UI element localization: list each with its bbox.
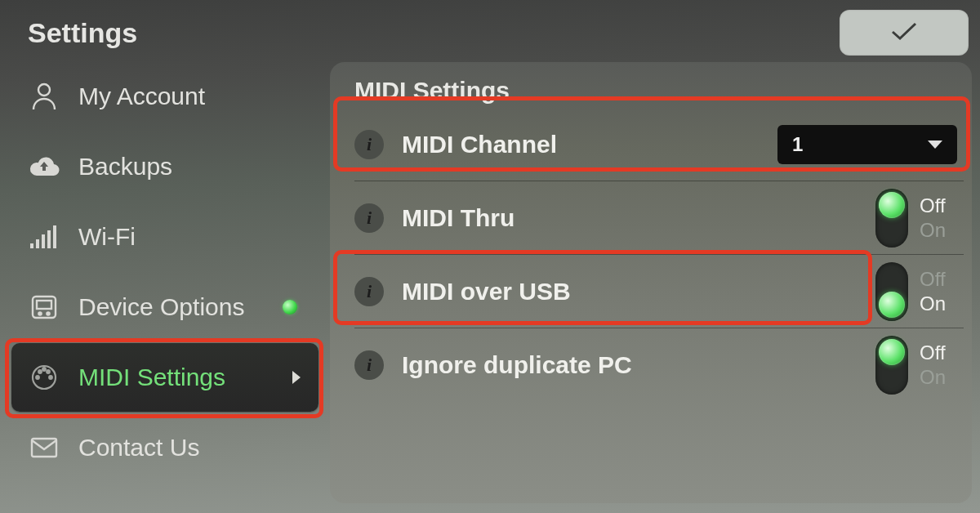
sidebar-item-my-account[interactable]: My Account (11, 62, 318, 131)
setting-row-midi-over-usb: i MIDI over USB Off On (354, 255, 964, 328)
toggle-state-labels: Off On (920, 341, 957, 390)
setting-row-ignore-duplicate-pc: i Ignore duplicate PC Off On (354, 328, 964, 402)
svg-point-9 (47, 312, 49, 314)
svg-point-15 (42, 368, 46, 371)
main-panel: MIDI Settings i MIDI Channel 1 i MIDI Th… (330, 62, 972, 503)
svg-point-14 (47, 370, 50, 373)
setting-label: MIDI Channel (402, 131, 777, 158)
toggle-off-label: Off (920, 267, 957, 292)
body: My Account Backups (11, 62, 972, 503)
svg-rect-7 (37, 301, 51, 309)
sidebar: My Account Backups (11, 62, 322, 503)
toggle-on-label: On (920, 218, 957, 243)
toggle-state-labels: Off On (920, 194, 957, 243)
toggle-knob-icon (879, 192, 905, 218)
toggle-on-label: On (920, 365, 957, 390)
svg-rect-4 (47, 230, 51, 248)
svg-rect-3 (42, 234, 45, 248)
sidebar-item-backups[interactable]: Backups (11, 132, 318, 201)
header: Settings (11, 10, 972, 56)
toggle-on-label: On (920, 292, 957, 316)
indicator-dot-icon (283, 300, 297, 314)
svg-rect-5 (53, 225, 56, 248)
toggle-wrap: Off On (875, 189, 957, 248)
midi-channel-dropdown[interactable]: 1 (777, 125, 957, 164)
dropdown-value: 1 (792, 133, 803, 156)
envelope-icon (28, 431, 60, 464)
sidebar-item-wifi[interactable]: Wi-Fi (11, 203, 318, 271)
svg-point-8 (38, 312, 41, 314)
toggle-wrap: Off On (875, 262, 957, 321)
wifi-bars-icon (28, 221, 60, 253)
page-title: Settings (11, 17, 137, 49)
device-icon (28, 291, 60, 323)
toggle-knob-icon (879, 292, 905, 318)
sidebar-item-contact-us[interactable]: Contact Us (11, 413, 318, 482)
setting-label: MIDI over USB (402, 278, 875, 306)
sidebar-item-label: Device Options (78, 293, 283, 321)
sidebar-item-label: MIDI Settings (78, 364, 292, 391)
person-icon (28, 80, 60, 113)
sidebar-item-label: Wi-Fi (78, 223, 302, 251)
sidebar-item-label: Contact Us (78, 434, 302, 462)
svg-point-13 (38, 370, 42, 373)
main-panel-title: MIDI Settings (354, 77, 964, 105)
svg-rect-2 (36, 239, 39, 248)
check-icon (888, 20, 920, 46)
midi-port-icon (28, 361, 60, 394)
svg-rect-1 (30, 243, 33, 248)
svg-rect-16 (32, 439, 56, 457)
info-icon[interactable]: i (354, 130, 384, 159)
chevron-down-icon (928, 141, 942, 149)
sidebar-item-label: My Account (78, 83, 302, 110)
toggle-state-labels: Off On (920, 267, 957, 316)
setting-label: Ignore duplicate PC (402, 351, 875, 379)
info-icon[interactable]: i (354, 277, 384, 306)
toggle-off-label: Off (920, 341, 957, 365)
sidebar-item-device-options[interactable]: Device Options (11, 273, 318, 341)
info-icon[interactable]: i (354, 350, 384, 380)
settings-screen: Settings My Account (0, 0, 980, 513)
sidebar-item-midi-settings[interactable]: MIDI Settings (11, 343, 318, 412)
svg-point-0 (38, 84, 50, 96)
midi-thru-toggle[interactable] (875, 189, 908, 248)
confirm-button[interactable] (840, 10, 969, 56)
svg-point-12 (49, 376, 52, 379)
sidebar-item-label: Backups (78, 153, 302, 181)
cloud-icon (28, 150, 60, 183)
toggle-wrap: Off On (875, 336, 957, 395)
chevron-right-icon (292, 371, 301, 384)
toggle-off-label: Off (920, 194, 957, 218)
setting-row-midi-channel: i MIDI Channel 1 (354, 108, 964, 181)
ignore-duplicate-pc-toggle[interactable] (875, 336, 908, 395)
setting-label: MIDI Thru (402, 204, 875, 232)
setting-row-midi-thru: i MIDI Thru Off On (354, 181, 964, 255)
svg-point-11 (36, 376, 39, 379)
info-icon[interactable]: i (354, 203, 384, 233)
midi-over-usb-toggle[interactable] (875, 262, 908, 321)
toggle-knob-icon (879, 339, 905, 365)
